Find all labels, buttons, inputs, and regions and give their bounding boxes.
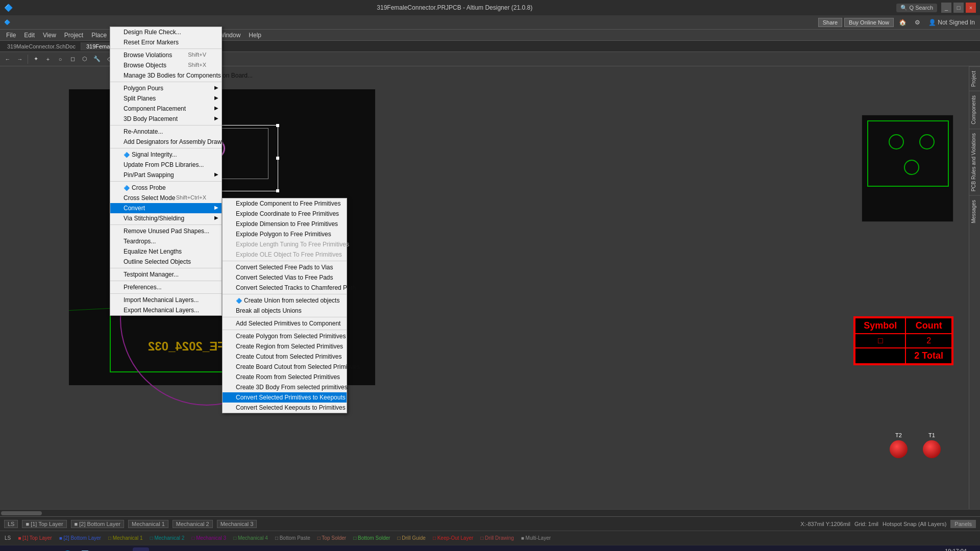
taskbar-app-altium[interactable]: A bbox=[133, 547, 149, 552]
mi-component-placement[interactable]: Component Placement bbox=[110, 104, 222, 114]
horizontal-scrollbar[interactable] bbox=[0, 509, 980, 516]
taskbar-search[interactable]: ○ bbox=[22, 547, 39, 552]
panel-tab-components[interactable]: Components bbox=[969, 91, 980, 129]
taskbar-app-music[interactable]: ♪ bbox=[114, 547, 131, 552]
mi-keepouts-to-primitives[interactable]: Convert Selected Keepouts to Primitives bbox=[223, 403, 347, 413]
search-box[interactable]: 🔍 Q Search bbox=[896, 4, 937, 12]
taskbar-app-notepad[interactable]: 📄 bbox=[78, 547, 94, 552]
mi-create-cutout[interactable]: Create Cutout from Selected Primitives bbox=[223, 352, 347, 362]
mi-explode-polygon[interactable]: Explode Polygon to Free Primitives bbox=[223, 229, 347, 239]
mi-cross-probe[interactable]: 🔷 Cross Probe bbox=[110, 183, 222, 193]
mi-explode-length-tuning[interactable]: Explode Length Tuning To Free Primitives bbox=[223, 239, 347, 249]
mi-via-stitching[interactable]: Via Stitching/Shielding bbox=[110, 213, 222, 223]
mi-browse-violations[interactable]: Browse ViolationsShift+V bbox=[110, 50, 222, 60]
menu-edit[interactable]: Edit bbox=[20, 31, 39, 40]
mi-explode-dimension[interactable]: Explode Dimension to Free Primitives bbox=[223, 219, 347, 229]
mi-create-polygon[interactable]: Create Polygon from Selected Primitives bbox=[223, 331, 347, 341]
toolbar-wrench[interactable]: 🔧 bbox=[91, 54, 103, 65]
mi-explode-coordinate[interactable]: Explode Coordinate to Free Primitives bbox=[223, 209, 347, 219]
layer-keepout[interactable]: □ Keep-Out Layer bbox=[430, 535, 476, 541]
layer-indicator-mech2[interactable]: Mechanical 2 bbox=[173, 520, 213, 528]
mi-testpoint-manager[interactable]: Testpoint Manager... bbox=[110, 269, 222, 280]
scroll-thumb-h[interactable] bbox=[1, 511, 42, 515]
layer-indicator-ls[interactable]: LS bbox=[4, 520, 18, 528]
mi-free-pads-to-vias[interactable]: Convert Selected Free Pads to Vias bbox=[223, 262, 347, 272]
layer-mech2[interactable]: □ Mechanical 2 bbox=[148, 535, 187, 541]
toolbar-arrow-left[interactable]: ← bbox=[2, 54, 13, 65]
layer-bottom[interactable]: ■ [2] Bottom Layer bbox=[57, 535, 104, 541]
panels-button[interactable]: Panels bbox=[950, 520, 976, 528]
menu-help[interactable]: Help bbox=[244, 31, 265, 40]
mi-remove-unused-pads[interactable]: Remove Unused Pad Shapes... bbox=[110, 226, 222, 236]
mi-create-room[interactable]: Create Room from Selected Primitives bbox=[223, 372, 347, 382]
settings-icon[interactable]: ⚙ bbox=[912, 18, 923, 27]
maximize-button[interactable]: □ bbox=[953, 3, 964, 13]
mi-preferences[interactable]: Preferences... bbox=[110, 282, 222, 292]
layer-indicator-bottom[interactable]: ■ [2] Bottom Layer bbox=[71, 520, 124, 528]
mi-browse-objects[interactable]: Browse ObjectsShift+X bbox=[110, 60, 222, 70]
layer-mech3[interactable]: □ Mechanical 3 bbox=[189, 535, 229, 541]
layer-ls[interactable]: LS bbox=[2, 535, 13, 541]
mi-equalize-net[interactable]: Equalize Net Lengths bbox=[110, 246, 222, 257]
panel-tab-messages[interactable]: Messages bbox=[969, 195, 980, 228]
panel-tab-pcb-rules[interactable]: PCB Rules and Violations bbox=[969, 129, 980, 195]
mi-tracks-to-chamfered[interactable]: Convert Selected Tracks to Chamfered Pat… bbox=[223, 283, 347, 293]
toolbar-add[interactable]: + bbox=[42, 54, 54, 65]
layer-indicator-mech3[interactable]: Mechanical 3 bbox=[217, 520, 257, 528]
layer-bottom-solder[interactable]: □ Bottom Solder bbox=[351, 535, 393, 541]
mi-break-unions[interactable]: Break all objects Unions bbox=[223, 306, 347, 316]
mi-add-designators[interactable]: Add Designators for Assembly Drawing bbox=[110, 137, 222, 147]
layer-mech1[interactable]: □ Mechanical 1 bbox=[106, 535, 145, 541]
mi-reset-error[interactable]: Reset Error Markers bbox=[110, 37, 222, 47]
layer-top[interactable]: ■ [1] Top Layer bbox=[15, 535, 54, 541]
close-button[interactable]: × bbox=[966, 3, 976, 13]
menu-project[interactable]: Project bbox=[60, 31, 87, 40]
menu-place[interactable]: Place bbox=[87, 31, 111, 40]
start-button[interactable]: ⊞ bbox=[4, 547, 20, 552]
layer-mech4[interactable]: □ Mechanical 4 bbox=[231, 535, 271, 541]
clock-display[interactable]: 19:17:04 2024/4/29 bbox=[942, 547, 967, 551]
toolbar-hex[interactable]: ⬡ bbox=[79, 54, 90, 65]
mi-re-annotate[interactable]: Re-Annotate... bbox=[110, 127, 222, 137]
layer-bottom-paste[interactable]: □ Bottom Paste bbox=[273, 535, 313, 541]
taskbar-app-edge[interactable]: 🌐 bbox=[59, 547, 76, 552]
mi-explode-component[interactable]: Explode Component to Free Primitives bbox=[223, 198, 347, 209]
mi-vias-to-free-pads[interactable]: Convert Selected Vias to Free Pads bbox=[223, 272, 347, 283]
user-icon[interactable]: 👤 Not Signed In bbox=[925, 18, 978, 27]
menu-view[interactable]: View bbox=[39, 31, 60, 40]
panel-tab-project[interactable]: Project bbox=[969, 66, 980, 91]
mi-update-pcb-libs[interactable]: Update From PCB Libraries... bbox=[110, 160, 222, 170]
mi-split-planes[interactable]: Split Planes bbox=[110, 93, 222, 104]
layer-multilayer[interactable]: ■ Multi-Layer bbox=[519, 535, 553, 541]
mi-create-union[interactable]: 🔷 Create Union from selected objects bbox=[223, 295, 347, 306]
layer-indicator-mech1[interactable]: Mechanical 1 bbox=[128, 520, 168, 528]
mi-primitives-to-keepouts[interactable]: Convert Selected Primitives to Keepouts bbox=[223, 392, 347, 403]
share-button[interactable]: Share bbox=[818, 18, 842, 27]
toolbar-arrow-right[interactable]: → bbox=[14, 54, 26, 65]
buy-online-button[interactable]: Buy Online Now bbox=[844, 18, 894, 27]
mi-pin-part-swapping[interactable]: Pin/Part Swapping bbox=[110, 170, 222, 180]
mi-import-mechanical[interactable]: Import Mechanical Layers... bbox=[110, 295, 222, 305]
taskbar-app-mail[interactable]: ✉ bbox=[96, 547, 112, 552]
layer-drill-guide[interactable]: □ Drill Guide bbox=[395, 535, 428, 541]
taskbar-app-explorer[interactable]: 📁 bbox=[41, 547, 57, 552]
mi-convert[interactable]: Convert bbox=[110, 203, 222, 213]
toolbar-cursor[interactable]: ✦ bbox=[30, 54, 41, 65]
mi-design-rule-check[interactable]: Design Rule Check... bbox=[110, 27, 222, 37]
mi-export-mechanical[interactable]: Export Mechanical Layers... bbox=[110, 305, 222, 315]
toolbar-rect[interactable]: ◻ bbox=[67, 54, 78, 65]
mi-outline-selected[interactable]: Outline Selected Objects bbox=[110, 257, 222, 267]
toolbar-circle[interactable]: ○ bbox=[55, 54, 66, 65]
mi-teardrops[interactable]: Teardrops... bbox=[110, 236, 222, 246]
tab-schematic[interactable]: 319MaleConnector.SchDoc bbox=[2, 42, 81, 51]
minimize-button[interactable]: _ bbox=[941, 3, 951, 13]
mi-explode-ole[interactable]: Explode OLE Object To Free Primitives bbox=[223, 249, 347, 260]
mi-create-board-cutout[interactable]: Create Board Cutout from Selected Primit… bbox=[223, 362, 347, 372]
mi-create-3d-body[interactable]: Create 3D Body From selected primitives bbox=[223, 382, 347, 392]
mi-manage-3d[interactable]: Manage 3D Bodies for Components on Board… bbox=[110, 70, 222, 81]
mi-polygon-pours[interactable]: Polygon Pours bbox=[110, 83, 222, 93]
home-icon[interactable]: 🏠 bbox=[896, 18, 910, 27]
layer-top-solder[interactable]: □ Top Solder bbox=[315, 535, 349, 541]
menu-file[interactable]: File bbox=[2, 31, 20, 40]
mi-add-primitives-to-component[interactable]: Add Selected Primitives to Component bbox=[223, 318, 347, 329]
